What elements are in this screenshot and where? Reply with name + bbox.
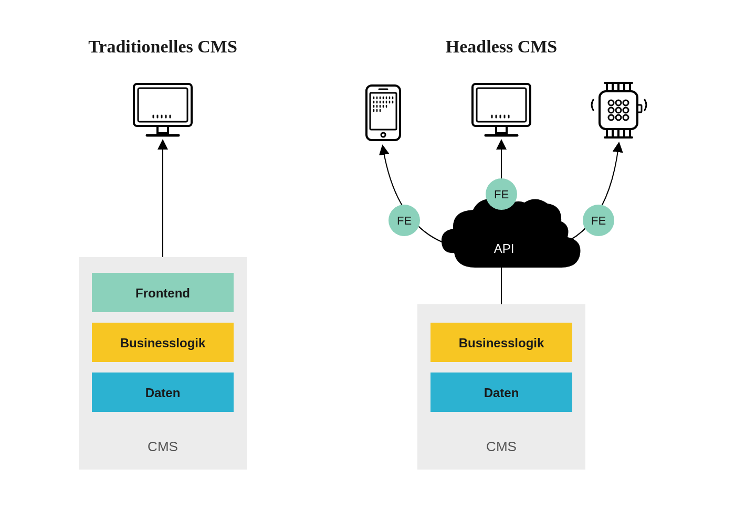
- watch-icon: [592, 83, 646, 137]
- svg-text:FE: FE: [591, 214, 606, 227]
- svg-text:Businesslogik: Businesslogik: [459, 336, 544, 350]
- layer-data: Daten: [92, 373, 234, 412]
- phone-icon: [366, 86, 400, 140]
- api-label: API: [494, 241, 514, 256]
- diagram-root: Traditionelles CMS Frontend Businesslogi…: [0, 0, 756, 532]
- svg-text:FE: FE: [397, 214, 412, 227]
- cms-label: CMS: [148, 439, 178, 454]
- traditional-title: Traditionelles CMS: [88, 37, 237, 56]
- headless-column: Headless CMS API FE: [366, 37, 646, 470]
- svg-text:FE: FE: [494, 188, 509, 201]
- svg-text:Daten: Daten: [484, 386, 519, 400]
- cms-label: CMS: [486, 439, 517, 454]
- svg-text:Frontend: Frontend: [135, 286, 190, 300]
- monitor-icon: [472, 84, 530, 135]
- api-cloud: API: [442, 198, 581, 268]
- headless-title: Headless CMS: [446, 37, 558, 56]
- layer-business: Businesslogik: [92, 323, 234, 362]
- svg-text:Businesslogik: Businesslogik: [120, 336, 206, 350]
- traditional-column: Traditionelles CMS Frontend Businesslogi…: [79, 37, 247, 470]
- fe-badge-left: FE: [388, 205, 420, 236]
- svg-text:Daten: Daten: [145, 386, 181, 400]
- layer-data: Daten: [430, 373, 572, 412]
- fe-badge-right: FE: [583, 205, 614, 236]
- layer-business: Businesslogik: [430, 323, 572, 362]
- fe-badge-center: FE: [486, 178, 517, 210]
- layer-frontend: Frontend: [92, 273, 234, 312]
- monitor-icon: [134, 84, 192, 135]
- traditional-cms-box: Frontend Businesslogik Daten CMS: [79, 257, 247, 470]
- headless-cms-box: Businesslogik Daten CMS: [417, 304, 585, 470]
